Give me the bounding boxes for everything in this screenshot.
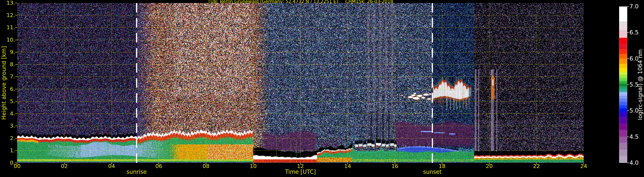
x-tick-mark bbox=[489, 163, 490, 164]
x-tick-mark bbox=[111, 163, 112, 164]
sunrise-annotation: sunrise bbox=[126, 169, 147, 175]
y-tick-label: 6. bbox=[0, 86, 15, 92]
x-tick-mark bbox=[348, 163, 348, 164]
colorbar-tick-mark bbox=[627, 110, 629, 111]
y-tick-mark bbox=[15, 163, 17, 163]
colorbar-tick-mark bbox=[627, 84, 629, 85]
colorbar-tick-mark bbox=[627, 32, 629, 33]
colorbar bbox=[619, 7, 627, 163]
x-tick-mark bbox=[206, 163, 206, 164]
y-tick-mark bbox=[15, 27, 17, 28]
y-tick-mark bbox=[15, 40, 17, 40]
colorbar-tick-label: 6.5 bbox=[630, 29, 639, 36]
colorbar-tick-label: 7.0 bbox=[630, 3, 639, 10]
y-tick-mark bbox=[15, 64, 17, 65]
y-tick-label: 4. bbox=[0, 111, 15, 117]
y-tick-label: 3. bbox=[0, 123, 15, 129]
y-tick-mark bbox=[15, 101, 17, 102]
colorbar-tick-mark bbox=[627, 163, 629, 163]
x-axis-label: Time [UTC] bbox=[285, 169, 316, 175]
x-tick-mark bbox=[584, 163, 584, 164]
y-tick-mark bbox=[15, 3, 17, 3]
y-tick-label: 1. bbox=[0, 147, 15, 153]
x-tick-mark bbox=[158, 163, 159, 164]
y-tick-label: 12. bbox=[0, 12, 15, 18]
y-tick-label: 2. bbox=[0, 135, 15, 141]
y-tick-mark bbox=[15, 15, 17, 16]
colorbar-tick-label: 4.0 bbox=[630, 160, 639, 166]
y-tick-mark bbox=[15, 126, 17, 126]
y-tick-mark bbox=[15, 76, 17, 77]
x-tick-mark bbox=[536, 163, 537, 164]
y-tick-label: 10. bbox=[0, 37, 15, 43]
x-tick-mark bbox=[253, 163, 254, 164]
lidar-backscatter-heatmap bbox=[17, 3, 584, 163]
y-tick-label: 8. bbox=[0, 61, 15, 67]
y-tick-mark bbox=[15, 113, 17, 114]
x-tick-mark bbox=[442, 163, 442, 164]
y-tick-mark bbox=[15, 52, 17, 52]
colorbar-tick-mark bbox=[627, 6, 629, 7]
x-tick-mark bbox=[17, 163, 18, 164]
y-axis-label: Height above ground [km] bbox=[1, 46, 7, 120]
y-tick-label: 5. bbox=[0, 98, 15, 104]
y-tick-mark bbox=[15, 150, 17, 151]
colorbar-tick-label: 4.5 bbox=[630, 134, 639, 140]
colorbar-tick-mark bbox=[627, 137, 629, 137]
colorbar-tick-mark bbox=[627, 58, 629, 59]
y-tick-mark bbox=[15, 89, 17, 89]
y-tick-label: 11. bbox=[0, 25, 15, 31]
colorbar-label: log(rc-signal) @ 1064 nm bbox=[637, 49, 643, 120]
x-tick-mark bbox=[64, 163, 64, 164]
y-tick-label: 9. bbox=[0, 49, 15, 55]
sunset-annotation: sunset bbox=[423, 169, 442, 175]
x-tick-mark bbox=[300, 163, 301, 164]
y-tick-label: 7. bbox=[0, 74, 15, 80]
x-tick-mark bbox=[395, 163, 395, 164]
ceilometer-quicklook-figure: TUB: Berlin Grunewald (Germany; 52.4732 … bbox=[0, 0, 644, 177]
y-tick-mark bbox=[15, 138, 17, 138]
y-tick-label: 13. bbox=[0, 0, 15, 6]
